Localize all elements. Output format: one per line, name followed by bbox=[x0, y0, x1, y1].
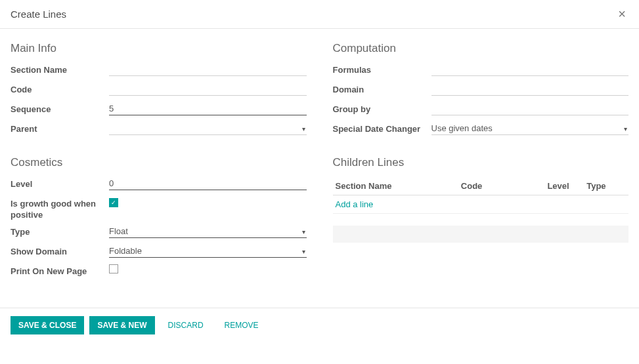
sequence-label: Sequence bbox=[11, 102, 109, 115]
is-growth-label: Is growth good when positive bbox=[11, 197, 109, 221]
parent-select[interactable] bbox=[109, 122, 307, 135]
add-a-line-link[interactable]: Add a line bbox=[336, 199, 374, 209]
type-row: Type ▾ bbox=[11, 225, 307, 241]
section-name-input[interactable] bbox=[109, 63, 307, 76]
code-row: Code bbox=[11, 83, 307, 98]
left-column: Main Info Section Name Code Sequence Par… bbox=[11, 39, 307, 284]
is-growth-row: Is growth good when positive ✓ bbox=[11, 197, 307, 221]
parent-label: Parent bbox=[11, 122, 109, 135]
modal-footer: Save & Close Save & New Discard Remove bbox=[0, 308, 639, 342]
show-domain-select[interactable] bbox=[109, 245, 307, 258]
table-row: Add a line bbox=[333, 195, 629, 214]
domain-label: Domain bbox=[333, 83, 431, 96]
special-date-row: Special Date Changer ▾ bbox=[333, 122, 629, 138]
modal-title: Create Lines bbox=[11, 9, 66, 20]
remove-button[interactable]: Remove bbox=[217, 316, 267, 334]
section-name-label: Section Name bbox=[11, 63, 109, 76]
show-domain-row: Show Domain ▾ bbox=[11, 245, 307, 260]
domain-input[interactable] bbox=[431, 83, 629, 96]
formulas-row: Formulas bbox=[333, 63, 629, 79]
formulas-label: Formulas bbox=[333, 63, 431, 76]
type-label: Type bbox=[11, 225, 109, 238]
modal-body: Main Info Section Name Code Sequence Par… bbox=[0, 29, 639, 294]
formulas-input[interactable] bbox=[431, 63, 629, 76]
children-table: Section Name Code Level Type Add a line bbox=[333, 177, 629, 243]
column-type: Type bbox=[586, 181, 626, 191]
right-column: Computation Formulas Domain Group by Spe… bbox=[333, 39, 629, 284]
domain-row: Domain bbox=[333, 83, 629, 98]
table-footer bbox=[333, 226, 629, 243]
section-name-row: Section Name bbox=[11, 63, 307, 79]
print-new-page-row: Print On New Page bbox=[11, 264, 307, 280]
print-new-page-label: Print On New Page bbox=[11, 264, 109, 277]
sequence-row: Sequence bbox=[11, 102, 307, 118]
parent-row: Parent ▾ bbox=[11, 122, 307, 138]
group-by-input[interactable] bbox=[431, 102, 629, 115]
discard-button[interactable]: Discard bbox=[160, 316, 211, 334]
children-lines-heading: Children Lines bbox=[333, 156, 629, 169]
cosmetics-heading: Cosmetics bbox=[11, 156, 307, 169]
table-header: Section Name Code Level Type bbox=[333, 177, 629, 195]
special-date-label: Special Date Changer bbox=[333, 122, 431, 135]
sequence-input[interactable] bbox=[109, 102, 307, 115]
column-section-name: Section Name bbox=[336, 181, 461, 191]
close-button[interactable]: × bbox=[615, 7, 628, 22]
level-label: Level bbox=[11, 177, 109, 190]
show-domain-label: Show Domain bbox=[11, 245, 109, 258]
column-code: Code bbox=[461, 181, 548, 191]
modal-header: Create Lines × bbox=[0, 0, 639, 29]
column-level: Level bbox=[547, 181, 586, 191]
save-new-button[interactable]: Save & New bbox=[89, 316, 154, 334]
level-row: Level bbox=[11, 177, 307, 193]
main-info-heading: Main Info bbox=[11, 42, 307, 55]
group-by-row: Group by bbox=[333, 102, 629, 118]
create-lines-modal: Create Lines × Main Info Section Name Co… bbox=[0, 0, 639, 342]
print-new-page-checkbox[interactable] bbox=[109, 264, 118, 273]
computation-heading: Computation bbox=[333, 42, 629, 55]
group-by-label: Group by bbox=[333, 102, 431, 115]
special-date-select[interactable] bbox=[431, 122, 629, 135]
save-close-button[interactable]: Save & Close bbox=[11, 316, 84, 334]
code-input[interactable] bbox=[109, 83, 307, 96]
level-input[interactable] bbox=[109, 177, 307, 190]
type-select[interactable] bbox=[109, 225, 307, 238]
is-growth-checkbox[interactable]: ✓ bbox=[109, 198, 118, 207]
code-label: Code bbox=[11, 83, 109, 96]
